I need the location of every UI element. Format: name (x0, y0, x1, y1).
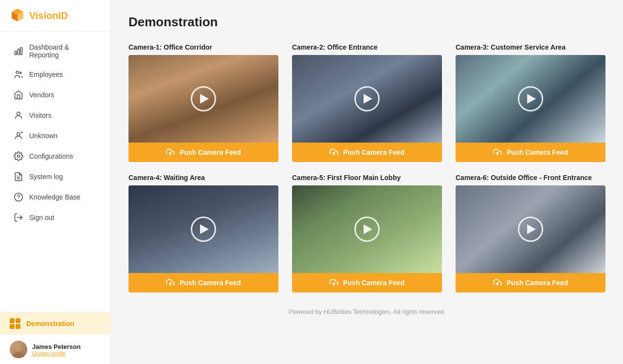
sidebar-item-unknown[interactable]: Unknown (4, 126, 107, 146)
employees-icon (14, 70, 23, 79)
push-camera-feed-button-cam2[interactable]: Push Camera Feed (292, 143, 442, 162)
play-triangle-icon (527, 94, 536, 104)
svg-point-7 (20, 72, 21, 73)
camera-card-cam4: Camera-4: Waiting Area Push Camera Feed (128, 174, 278, 292)
svg-rect-5 (20, 48, 22, 55)
play-triangle-icon (200, 94, 209, 104)
sidebar-item-sign-out-label: Sign out (29, 214, 54, 221)
push-camera-feed-button-cam1[interactable]: Push Camera Feed (128, 143, 278, 162)
play-button-cam3[interactable] (518, 86, 543, 111)
user-info: James Peterson Update profile (32, 343, 81, 356)
camera-card-cam5: Camera-5: First Floor Main Lobby Push Ca… (292, 174, 442, 292)
play-button-cam1[interactable] (191, 86, 216, 111)
sidebar-item-knowledge-base-label: Knowledge Base (29, 193, 80, 201)
camera-thumbnail-cam1[interactable] (128, 55, 278, 143)
cameras-grid: Camera-1: Office Corridor Push Camera Fe… (128, 43, 605, 292)
user-area[interactable]: James Peterson Update profile (0, 335, 110, 364)
camera-label-cam4: Camera-4: Waiting Area (128, 174, 278, 182)
signout-icon (14, 213, 23, 222)
upload-icon (493, 278, 502, 287)
svg-point-9 (17, 132, 20, 136)
camera-card-cam1: Camera-1: Office Corridor Push Camera Fe… (128, 43, 278, 162)
camera-label-cam6: Camera-6: Outside Office - Front Entranc… (456, 174, 605, 182)
camera-label-cam3: Camera-3: Customer Service Area (456, 43, 605, 51)
user-name: James Peterson (32, 343, 81, 350)
camera-thumbnail-cam6[interactable] (456, 185, 605, 273)
camera-label-cam5: Camera-5: First Floor Main Lobby (292, 174, 442, 182)
nav-menu: Dashboard & Reporting Employees Vendors (0, 32, 110, 312)
footer-text: Powered by HUBcities Technologies, All r… (128, 308, 605, 315)
push-camera-feed-button-cam4[interactable]: Push Camera Feed (128, 273, 278, 292)
sidebar-item-configurations[interactable]: Configurations (4, 146, 107, 166)
play-button-cam5[interactable] (354, 217, 380, 242)
push-camera-feed-button-cam6[interactable]: Push Camera Feed (456, 273, 605, 292)
play-triangle-icon (527, 224, 536, 234)
play-button-cam6[interactable] (518, 217, 543, 242)
camera-label-cam2: Camera-2: Office Entrance (292, 43, 442, 51)
demonstration-icon (10, 318, 20, 329)
upload-icon (493, 148, 502, 157)
sidebar-item-sign-out[interactable]: Sign out (4, 208, 107, 227)
camera-card-cam6: Camera-6: Outside Office - Front Entranc… (456, 174, 605, 292)
camera-thumbnail-cam2[interactable] (292, 55, 442, 143)
play-button-cam2[interactable] (354, 86, 380, 111)
update-profile-link[interactable]: Update profile (32, 350, 81, 356)
sidebar-item-unknown-label: Unknown (29, 132, 57, 140)
sidebar-item-visitors-label: Visitors (29, 111, 52, 119)
log-icon (14, 172, 23, 182)
visitors-icon (14, 110, 23, 120)
sidebar-item-system-log-label: System log (29, 173, 63, 181)
chart-icon (14, 46, 23, 56)
vendors-icon (14, 90, 23, 100)
svg-point-18 (15, 344, 22, 351)
play-triangle-icon (200, 224, 209, 234)
sidebar-item-configurations-label: Configurations (29, 152, 73, 160)
unknown-icon (14, 131, 23, 141)
camera-thumbnail-cam4[interactable] (128, 185, 278, 273)
push-camera-feed-button-cam5[interactable]: Push Camera Feed (292, 273, 442, 292)
sidebar-item-dashboard-label: Dashboard & Reporting (29, 43, 97, 59)
svg-point-12 (18, 155, 20, 158)
upload-icon (330, 278, 338, 287)
sidebar-item-vendors[interactable]: Vendors (4, 85, 107, 105)
avatar (10, 341, 27, 358)
sidebar-item-employees-label: Employees (29, 71, 63, 78)
camera-card-cam2: Camera-2: Office Entrance Push Camera Fe… (292, 43, 442, 162)
sidebar-item-system-log[interactable]: System log (4, 167, 107, 186)
sidebar-bottom: Demonstration James Peterson Update prof… (0, 312, 110, 364)
brand-name: VisionID (29, 10, 68, 21)
camera-thumbnail-cam5[interactable] (292, 185, 442, 273)
sidebar-item-vendors-label: Vendors (29, 91, 54, 99)
svg-point-6 (16, 71, 18, 73)
push-camera-feed-button-cam3[interactable]: Push Camera Feed (456, 143, 605, 162)
sidebar-item-demonstration[interactable]: Demonstration (0, 312, 110, 335)
config-icon (14, 151, 23, 161)
svg-point-8 (17, 112, 20, 115)
sidebar: VisionID Dashboard & Reporting Employees (0, 0, 111, 364)
svg-point-19 (13, 352, 24, 358)
svg-point-15 (15, 193, 23, 201)
help-icon (14, 192, 23, 202)
camera-thumbnail-cam3[interactable] (456, 55, 605, 143)
sidebar-item-visitors[interactable]: Visitors (4, 106, 107, 125)
svg-rect-3 (15, 51, 17, 55)
logo-area: VisionID (0, 0, 110, 32)
sidebar-item-dashboard[interactable]: Dashboard & Reporting (4, 38, 107, 64)
logo-icon (10, 8, 25, 23)
play-triangle-icon (364, 94, 372, 104)
camera-label-cam1: Camera-1: Office Corridor (128, 43, 278, 51)
play-button-cam4[interactable] (191, 217, 216, 242)
camera-card-cam3: Camera-3: Customer Service Area Push Cam… (456, 43, 605, 162)
play-triangle-icon (364, 224, 372, 234)
page-title: Demonstration (128, 15, 605, 30)
upload-icon (166, 278, 175, 287)
main-content: Demonstration Camera-1: Office Corridor … (111, 0, 623, 364)
sidebar-item-employees[interactable]: Employees (4, 65, 107, 84)
sidebar-item-knowledge-base[interactable]: Knowledge Base (4, 187, 107, 207)
upload-icon (330, 148, 338, 157)
demonstration-label: Demonstration (26, 320, 74, 328)
upload-icon (166, 148, 175, 157)
svg-rect-4 (18, 49, 19, 55)
